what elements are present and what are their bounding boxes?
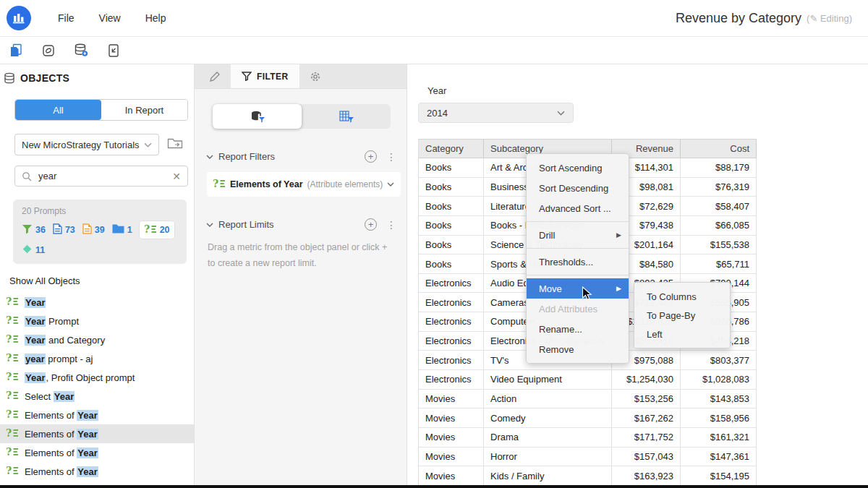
filter-item-card[interactable]: ? Elements of Year (Attribute elements) xyxy=(207,172,401,197)
cell-revenue[interactable]: $153,256 xyxy=(612,390,681,408)
menu-item-sort-ascending[interactable]: Sort Ascending xyxy=(527,158,629,178)
collapse-chevron-icon[interactable] xyxy=(206,155,213,159)
data-filter-toggle[interactable] xyxy=(213,104,302,129)
tab-edit[interactable] xyxy=(199,64,231,88)
cell-category[interactable]: Movies xyxy=(419,408,484,427)
object-list-item[interactable]: ?Year and Category xyxy=(0,330,194,349)
submenu-item-left[interactable]: Left xyxy=(634,325,730,343)
cell-subcategory[interactable]: Action xyxy=(484,390,612,408)
cell-revenue[interactable]: $167,262 xyxy=(612,408,681,427)
object-list-item[interactable]: ?Year Prompt xyxy=(0,312,194,330)
cell-revenue[interactable]: $157,043 xyxy=(612,448,681,466)
object-list-item[interactable]: ?year prompt - aj xyxy=(0,349,194,368)
object-list-item[interactable]: ?Year xyxy=(0,293,194,312)
datasets-icon[interactable] xyxy=(41,43,56,59)
menu-item-sort-descending[interactable]: Sort Descending xyxy=(527,178,629,198)
cell-cost[interactable]: $66,085 xyxy=(681,216,757,235)
menu-item-drill[interactable]: Drill▶ xyxy=(527,225,629,245)
badge-prompt[interactable]: ?20 xyxy=(140,221,174,239)
cell-category[interactable]: Electronics xyxy=(419,332,484,351)
cell-cost[interactable]: $88,179 xyxy=(681,158,757,177)
menu-item-advanced-sort[interactable]: Advanced Sort ... xyxy=(527,198,629,218)
filters-more-menu-icon[interactable]: ⋮ xyxy=(386,151,396,163)
object-list-item[interactable]: ?Elements of Year xyxy=(0,424,194,443)
new-report-icon[interactable] xyxy=(8,43,24,59)
cell-category[interactable]: Electronics xyxy=(419,274,484,293)
send-report-icon[interactable] xyxy=(106,43,122,59)
object-list-item[interactable]: ?Elements of Year xyxy=(0,406,194,424)
object-list-item[interactable]: ?Elements of Year xyxy=(0,462,194,481)
cell-category[interactable]: Movies xyxy=(419,390,484,408)
object-list-item[interactable]: ?Elements of Year xyxy=(0,443,194,462)
column-header-category[interactable]: Category xyxy=(419,140,484,158)
menu-item-move[interactable]: Move▶ xyxy=(527,278,629,299)
cell-category[interactable]: Books xyxy=(419,158,484,177)
chevron-down-icon[interactable] xyxy=(387,182,394,187)
view-filter-toggle[interactable] xyxy=(302,104,391,129)
cell-cost[interactable]: $154,195 xyxy=(681,466,757,485)
badge-attribute[interactable]: 11 xyxy=(22,244,45,257)
cell-category[interactable]: Books xyxy=(419,236,484,254)
cell-subcategory[interactable]: Horror xyxy=(484,448,612,466)
submenu-item-to-columns[interactable]: To Columns xyxy=(634,287,730,306)
submenu-item-to-page-by[interactable]: To Page-By xyxy=(634,306,730,325)
project-folder-dropdown[interactable]: New MicroStrategy Tutorials xyxy=(14,134,159,155)
object-list-item[interactable]: ?Select Year xyxy=(0,387,194,406)
badge-report[interactable]: 73 xyxy=(53,223,75,236)
cell-category[interactable]: Movies xyxy=(419,448,484,466)
cell-category[interactable]: Movies xyxy=(419,466,484,485)
tab-settings[interactable] xyxy=(299,64,331,88)
cell-category[interactable]: Electronics xyxy=(419,351,484,369)
add-limit-button[interactable]: + xyxy=(365,218,377,231)
cell-cost[interactable]: $158,956 xyxy=(681,408,757,427)
cell-revenue[interactable]: $171,752 xyxy=(612,428,681,447)
cell-category[interactable]: Electronics xyxy=(419,293,484,312)
show-all-objects-link[interactable]: Show All Objects xyxy=(9,275,194,286)
objects-tab-in-report[interactable]: In Report xyxy=(101,100,187,120)
cell-cost[interactable]: $65,711 xyxy=(681,254,757,273)
limits-more-menu-icon[interactable]: ⋮ xyxy=(386,219,396,231)
cell-cost[interactable]: $161,321 xyxy=(681,428,757,447)
cell-category[interactable]: Books xyxy=(419,216,484,235)
clear-search-icon[interactable]: ✕ xyxy=(172,171,181,181)
objects-tab-all[interactable]: All xyxy=(15,100,101,120)
cell-subcategory[interactable]: Comedy xyxy=(484,408,612,427)
cell-cost[interactable]: $803,377 xyxy=(681,351,757,369)
cell-subcategory[interactable]: Video Equipment xyxy=(484,370,612,389)
cell-revenue[interactable]: $163,923 xyxy=(612,466,681,485)
data-source-icon[interactable] xyxy=(73,43,89,59)
cell-revenue[interactable]: $1,254,030 xyxy=(612,370,681,389)
cell-category[interactable]: Books xyxy=(419,178,484,197)
menu-item-thresholds[interactable]: Thresholds... xyxy=(527,252,629,272)
menu-help[interactable]: Help xyxy=(133,0,179,36)
app-logo-icon[interactable] xyxy=(7,6,31,30)
menu-file[interactable]: File xyxy=(46,0,87,36)
menu-item-remove[interactable]: Remove xyxy=(527,339,629,359)
column-header-cost[interactable]: Cost xyxy=(681,140,757,158)
collapse-chevron-icon[interactable] xyxy=(206,223,213,227)
tab-filter[interactable]: FILTER xyxy=(231,64,299,88)
year-page-by-dropdown[interactable]: 2014 xyxy=(418,103,574,123)
cell-cost[interactable]: $143,853 xyxy=(681,390,757,408)
cell-category[interactable]: Books xyxy=(419,254,484,273)
cell-cost[interactable]: $155,538 xyxy=(681,236,757,254)
cell-cost[interactable]: $1,028,083 xyxy=(681,370,757,389)
menu-item-rename[interactable]: Rename... xyxy=(527,319,629,339)
object-list-item[interactable]: ?Year, Profit Object prompt xyxy=(0,368,194,387)
search-input[interactable] xyxy=(37,170,167,182)
cell-subcategory[interactable]: Kids / Family xyxy=(484,466,612,485)
cell-cost[interactable]: $76,319 xyxy=(681,178,757,197)
cell-category[interactable]: Movies xyxy=(419,428,484,447)
badge-document[interactable]: 39 xyxy=(82,223,105,236)
badge-filter[interactable]: 36 xyxy=(22,224,46,236)
badge-folder[interactable]: 1 xyxy=(112,224,132,236)
cell-cost[interactable]: $147,361 xyxy=(681,448,757,466)
cell-cost[interactable]: $58,407 xyxy=(681,197,757,215)
browse-folder-button[interactable] xyxy=(167,137,183,153)
menu-view[interactable]: View xyxy=(87,0,133,36)
cell-category[interactable]: Electronics xyxy=(419,312,484,331)
cell-subcategory[interactable]: Drama xyxy=(484,428,612,447)
cell-category[interactable]: Books xyxy=(419,197,484,215)
cell-category[interactable]: Electronics xyxy=(419,370,484,389)
add-filter-button[interactable]: + xyxy=(365,150,377,163)
